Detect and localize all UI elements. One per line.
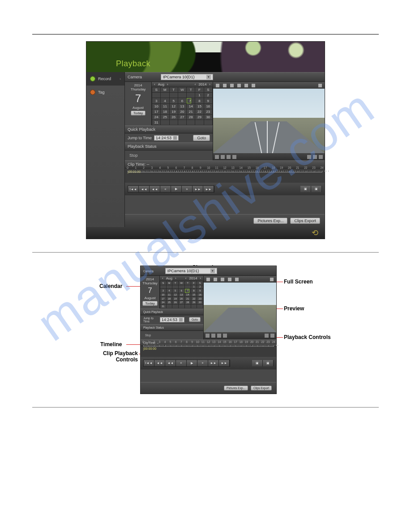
calendar-day[interactable]: 24 [152, 115, 161, 120]
today-button[interactable]: Today [131, 111, 146, 116]
today-button[interactable]: Today [142, 301, 157, 306]
calendar-day[interactable] [160, 285, 167, 289]
clip-btn[interactable]: ►► [193, 186, 203, 192]
snapshot-icon[interactable] [223, 84, 227, 87]
calendar-day[interactable] [172, 305, 179, 309]
sidebar-item-tag[interactable]: Tag [86, 86, 124, 99]
clip-btn[interactable]: ►► [219, 360, 230, 366]
calendar-day[interactable]: 28 [187, 115, 195, 120]
clip-btn[interactable]: ◄◄ [139, 186, 150, 192]
calendar-day[interactable]: 19 [172, 297, 179, 301]
calendar-day[interactable]: 31 [160, 305, 167, 309]
sidebar-item-record[interactable]: Record › [86, 72, 124, 86]
calendar-day[interactable] [191, 305, 197, 309]
pictures-export-button[interactable]: Pictures Exp... [224, 386, 248, 390]
clip-btn[interactable]: ▶ [187, 360, 197, 366]
calendar-day[interactable]: 20 [178, 297, 184, 301]
clips-export-button[interactable]: Clips Export [251, 386, 272, 390]
calendar-day[interactable]: 25 [161, 115, 169, 120]
calendar-day[interactable]: 12 [169, 104, 178, 109]
clip-btn[interactable]: ◄◄ [150, 186, 160, 192]
calendar-day[interactable] [195, 120, 204, 125]
calendar-day[interactable]: 5 [172, 289, 179, 293]
calendar-day[interactable] [169, 93, 178, 98]
calendar-day[interactable]: 21 [187, 109, 195, 115]
calendar-day[interactable]: 10 [152, 104, 161, 109]
goto-button[interactable]: Goto [189, 317, 201, 322]
calendar-day[interactable]: 5 [169, 98, 178, 104]
next-year-button[interactable]: › [208, 82, 212, 86]
calendar-day[interactable]: 17 [160, 297, 167, 301]
calendar-day[interactable]: 30 [197, 300, 203, 305]
calendar-day[interactable]: 30 [204, 115, 212, 120]
calendar-day[interactable]: 17 [152, 109, 161, 115]
calendar-day[interactable]: 24 [160, 300, 167, 305]
calendar-day[interactable] [178, 93, 186, 98]
calendar-day[interactable]: 2 [204, 93, 212, 98]
pb-prev-button[interactable] [215, 155, 219, 159]
calendar-day[interactable] [152, 93, 161, 98]
pb-next-button[interactable] [232, 155, 236, 159]
calendar-day[interactable]: 1 [195, 93, 204, 98]
calendar-day[interactable]: 29 [195, 115, 204, 120]
clip-btn[interactable]: ▶ [171, 186, 182, 192]
pictures-export-button[interactable]: Pictures Exp... [253, 218, 287, 224]
calendar-day[interactable]: 23 [197, 297, 203, 301]
calendar-day[interactable]: 15 [191, 293, 197, 297]
clip-btn[interactable]: ►► [203, 186, 214, 192]
calendar-day[interactable]: 14 [184, 293, 191, 297]
pb-stop-button[interactable] [227, 155, 231, 159]
calendar-day[interactable]: 8 [195, 98, 204, 104]
calendar-day[interactable]: 15 [195, 104, 204, 109]
next-month-button[interactable]: › [166, 82, 170, 86]
calendar-grid[interactable]: SMTWTFS123456789101112131415161718192021… [152, 87, 213, 125]
calendar-day[interactable]: 28 [184, 300, 191, 305]
calendar-day[interactable]: 22 [191, 297, 197, 301]
camera-select[interactable]: IPCamera 10(D1) ▾ [161, 74, 213, 80]
pb-end-button[interactable] [319, 155, 323, 159]
timeline[interactable]: |00:00:00 012345678910111213141516171819… [125, 168, 325, 183]
goto-button[interactable]: Goto [193, 135, 210, 141]
calendar-day[interactable] [172, 285, 179, 289]
calendar-day[interactable]: 10 [160, 293, 167, 297]
calendar-day[interactable]: 23 [204, 109, 212, 115]
clip-btn[interactable]: I◄◄ [128, 186, 139, 192]
clip-btn[interactable]: ◄◄ [154, 360, 165, 366]
calendar-day[interactable]: 26 [169, 115, 178, 120]
pb-play-button[interactable] [221, 155, 225, 159]
calendar-day[interactable]: 6 [178, 289, 184, 293]
calendar-day[interactable]: 18 [166, 297, 172, 301]
prev-year-button[interactable]: ‹ [193, 82, 197, 86]
next-icon[interactable] [244, 84, 248, 87]
calendar-day[interactable]: 25 [166, 300, 172, 305]
calendar-day[interactable]: 16 [197, 293, 203, 297]
grid-icon[interactable] [216, 84, 219, 87]
calendar-day[interactable] [197, 305, 203, 309]
calendar-day[interactable]: 18 [161, 109, 169, 115]
calendar-day[interactable]: 20 [178, 109, 186, 115]
camera-select[interactable]: IPCamera 10(D1)▾ [165, 268, 218, 274]
calendar-day[interactable]: 3 [152, 98, 161, 104]
calendar-day[interactable]: 7 [185, 289, 189, 293]
calendar-day[interactable]: 27 [178, 300, 184, 305]
clip-btn[interactable]: » [197, 360, 208, 366]
fullscreen-icon[interactable] [318, 84, 322, 87]
clip-btn[interactable]: I◄◄ [144, 360, 154, 366]
calendar-day[interactable]: 8 [191, 289, 197, 293]
calendar-day[interactable] [187, 120, 195, 125]
clip-btn[interactable]: « [160, 186, 171, 192]
calendar-day[interactable]: 2 [197, 285, 203, 289]
prev-icon[interactable] [237, 84, 241, 87]
calendar-day[interactable]: 26 [172, 300, 179, 305]
calendar-day[interactable] [187, 93, 195, 98]
calendar-day[interactable] [161, 120, 169, 125]
calendar-day[interactable]: 11 [166, 293, 172, 297]
calendar-day[interactable] [166, 305, 172, 309]
calendar-day[interactable] [166, 285, 172, 289]
calendar-day[interactable]: 21 [184, 297, 191, 301]
calendar-day[interactable]: 29 [191, 300, 197, 305]
calendar-day[interactable]: 1 [191, 285, 197, 289]
calendar-day[interactable]: 9 [197, 289, 203, 293]
prev-month-button[interactable]: ‹ [153, 82, 157, 86]
calendar-day[interactable]: 19 [169, 109, 178, 115]
